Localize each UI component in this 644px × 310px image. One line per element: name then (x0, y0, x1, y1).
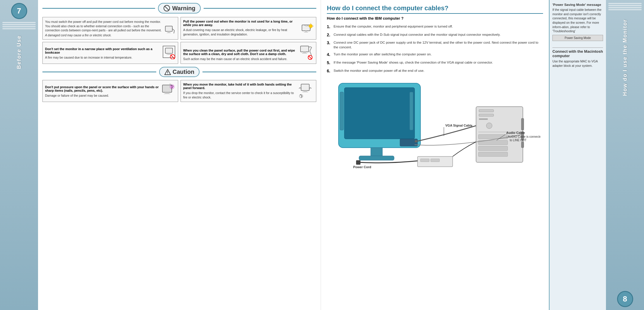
sidebar-label-left: Before Use (16, 35, 22, 69)
svg-rect-61 (420, 159, 429, 162)
monitor-dust-icon (300, 23, 314, 36)
step-number-4: 4. (327, 52, 331, 58)
warning-box-2-title: Pull the power cord out when the monitor… (183, 20, 299, 27)
step-item-6: 6. Switch the monitor and computer power… (327, 68, 543, 74)
svg-rect-62 (431, 159, 439, 162)
svg-rect-16 (165, 48, 173, 53)
step-text-6: Switch the monitor and computer power of… (334, 68, 424, 73)
svg-rect-50 (478, 134, 508, 139)
caution-badge: Caution (159, 67, 200, 77)
bookcase-monitor-icon (162, 45, 176, 59)
power-cord-label-svg: Power Cord (353, 165, 371, 168)
svg-rect-23 (302, 53, 307, 54)
warning-box-4-content: When you clean the panel surface, pull t… (183, 45, 314, 61)
warning-box-4-icon (299, 45, 314, 61)
warning-box-3-title: Don't set the monitor in a narrow place … (45, 47, 161, 54)
warning-box-2-content: Pull the power cord out when the monitor… (183, 20, 314, 36)
caution-box-1-text-area: Don't put pressure upon the panel or sco… (45, 85, 159, 98)
sidebar-line (2, 22, 36, 23)
svg-rect-38 (344, 88, 415, 139)
svg-line-6 (174, 30, 174, 33)
caution-box-2-content: When you move the monitor, take hold of … (183, 83, 314, 99)
svg-rect-56 (521, 142, 524, 148)
monitor-cord-icon (164, 25, 176, 36)
power-saving-text: If the signal input cable between the mo… (552, 8, 603, 33)
sidebar-label-right: How do I use the Monitor (622, 19, 628, 96)
warning-box-1-footer: A damaged cord may cause a fire or elect… (45, 34, 162, 37)
connection-diagram: VGA Signal Cable Audio Cable - AUDIO Cab… (327, 77, 543, 168)
svg-rect-17 (168, 53, 170, 54)
step-text-3: Connect one DC power jack of DC power su… (334, 40, 543, 50)
svg-rect-22 (303, 52, 306, 53)
step-number-6: 6. (327, 68, 331, 74)
warning-box-4-text: Such action may be the main cause of an … (183, 57, 298, 61)
warning-title: Warning (172, 5, 195, 12)
svg-rect-21 (300, 46, 309, 52)
step-text-2: Connect signal cables with the D-Sub sig… (334, 32, 501, 37)
warning-box-2: Pull the power cord out when the monitor… (181, 17, 316, 40)
warning-box-2-icon (300, 23, 314, 36)
sidebar-line (2, 24, 36, 25)
step-text-5: If the message 'Power Saving Mode' shows… (334, 60, 493, 65)
svg-rect-39 (340, 92, 344, 130)
warning-box-1-icon (164, 25, 176, 37)
warning-line-right (204, 8, 316, 9)
caution-line-left (42, 71, 156, 72)
warning-box-3: Don't set the monitor in a narrow place … (42, 42, 178, 64)
svg-rect-8 (305, 31, 307, 32)
svg-rect-53 (478, 152, 508, 156)
caution-box-1-content: Don't put pressure upon the panel or sco… (45, 83, 176, 98)
sidebar-line-r (608, 5, 642, 6)
warning-box-2-text-area: Pull the power cord out when the monitor… (183, 20, 299, 36)
far-right-info-sidebar: 'Power Saving Mode' message If the signa… (549, 0, 606, 310)
sidebar-line (2, 26, 36, 27)
caution-box-1-icon (161, 83, 176, 98)
svg-point-57 (415, 140, 417, 142)
moving-monitor-icon (298, 83, 314, 99)
warning-box-3-text: A fire may be caused due to an increase … (45, 55, 161, 60)
warning-box-1: You must switch the power off and pull t… (42, 17, 178, 40)
svg-point-28 (167, 74, 168, 74)
svg-rect-30 (165, 92, 169, 93)
svg-rect-41 (371, 148, 382, 156)
audio-note2-svg: to LINE OUT (510, 139, 526, 142)
step-number-3: 3. (327, 40, 331, 46)
right-panel-title: How do I connect the computer cables? (327, 4, 543, 14)
step-number-2: 2. (327, 32, 331, 38)
warning-box-1-text-area: You must switch the power off and pull t… (45, 20, 162, 37)
sidebar-line-r (608, 3, 642, 4)
caution-box-1: Don't put pressure upon the panel or sco… (42, 80, 178, 102)
sidebar-divider (552, 47, 603, 48)
svg-rect-3 (168, 31, 170, 33)
power-saving-box: Power Saving Mode (552, 35, 603, 41)
right-sidebar: How do I use the Monitor 8 (606, 0, 644, 310)
caution-box-1-text: Damage or failure of the panel may be ca… (45, 93, 159, 98)
caution-box-1-title: Don't put pressure upon the panel or sco… (45, 85, 159, 92)
sidebar-line-r (608, 7, 642, 8)
vga-label: VGA Signal Cable (445, 124, 473, 127)
warning-box-4: When you clean the panel surface, pull t… (181, 42, 316, 64)
audio-note-svg: - AUDIO Cable is connected (506, 135, 540, 138)
svg-rect-35 (302, 92, 308, 92)
warning-boxes-row1: You must switch the power off and pull t… (42, 17, 316, 40)
svg-rect-45 (479, 110, 494, 112)
caution-box-2: When you move the monitor, take hold of … (181, 80, 316, 102)
step-number-1: 1. (327, 24, 331, 30)
warning-symbol-icon (163, 5, 170, 12)
steps-list: 1. Ensure that the computer, monitor and… (327, 24, 543, 74)
caution-header: Caution (42, 67, 316, 77)
ibm-subtitle: How do I connect with the IBM computer ? (327, 16, 543, 21)
sidebar-line (2, 28, 36, 29)
caution-line-right (202, 71, 316, 72)
step-item-2: 2. Connect signal cables with the D-Sub … (327, 32, 543, 38)
warning-box-1-content: You must switch the power off and pull t… (45, 20, 176, 37)
warning-box-1-title-text: You must switch the power off and pull t… (45, 20, 162, 33)
warning-box-3-text-area: Don't set the monitor in a narrow place … (45, 47, 161, 60)
warning-box-3-icon (162, 45, 176, 60)
svg-rect-34 (303, 91, 307, 92)
caution-box-2-text-area: When you move the monitor, take hold of … (183, 83, 296, 99)
connect-mac-text: Use the appropriate MAC to VGA adapter b… (552, 59, 603, 68)
caution-box-2-title: When you move the monitor, take hold of … (183, 83, 296, 90)
warning-header: Warning (42, 3, 316, 13)
warning-badge: Warning (158, 3, 200, 13)
